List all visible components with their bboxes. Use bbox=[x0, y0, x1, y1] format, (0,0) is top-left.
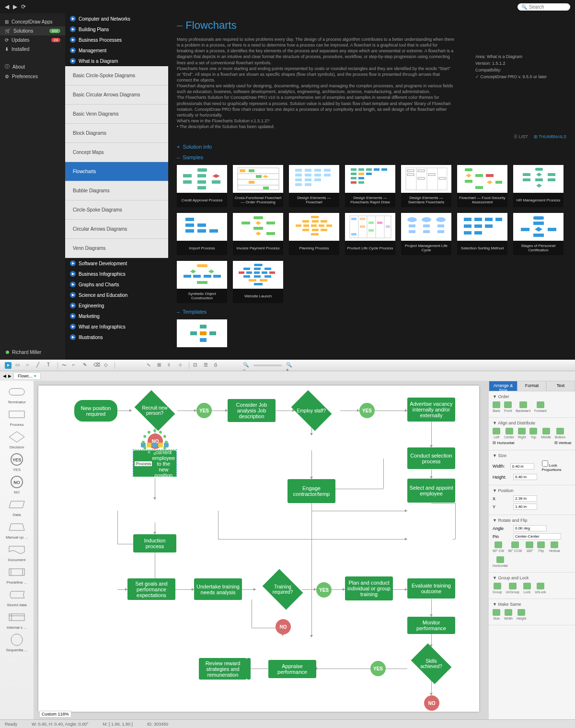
fc-yes[interactable]: YES bbox=[316, 582, 332, 598]
align-left-button[interactable]: Left bbox=[493, 428, 500, 439]
tab-arrange[interactable]: Arrange & Size bbox=[489, 381, 518, 391]
align-bottom-button[interactable]: Bottom bbox=[555, 428, 565, 439]
group-group-button[interactable]: Group bbox=[493, 583, 502, 594]
fc-no[interactable]: NO bbox=[424, 695, 439, 711]
sample-item[interactable]: Design Elements — Flowchart bbox=[289, 165, 339, 207]
zoom-out-icon[interactable]: 🔍− bbox=[243, 362, 250, 369]
solution-info-toggle[interactable]: + Solution info bbox=[177, 144, 566, 150]
fc-yes[interactable]: YES bbox=[359, 403, 375, 418]
print-icon[interactable]: ⎙ bbox=[214, 362, 221, 369]
shape-storeddata[interactable]: Stored data bbox=[7, 587, 26, 607]
same-size-button[interactable]: Size bbox=[493, 609, 500, 620]
fc-node[interactable]: Engage contractor/temp bbox=[288, 479, 335, 503]
fc-node[interactable]: Induction process bbox=[133, 534, 176, 552]
pen-icon[interactable]: ✎ bbox=[83, 362, 90, 369]
align-icon[interactable]: ⊞ bbox=[157, 362, 164, 369]
fc-node[interactable]: Select and appoint employee bbox=[407, 479, 455, 503]
group-lock-button[interactable]: Lock bbox=[523, 583, 531, 594]
tab-format[interactable]: Format bbox=[518, 381, 546, 391]
line-tool-icon[interactable]: ╱ bbox=[36, 362, 43, 369]
sub-item[interactable]: Flowcharts bbox=[65, 162, 168, 181]
rotate-flip-button[interactable]: Flip bbox=[537, 541, 545, 552]
group-ungroup-button[interactable]: UnGroup bbox=[506, 583, 519, 594]
shape-manualop[interactable]: Manual op ... bbox=[6, 520, 28, 540]
shape-yes[interactable]: YESYES bbox=[7, 452, 26, 472]
canvas[interactable]: NOYESNONONew position requiredRecruit ne… bbox=[34, 381, 489, 719]
fc-node[interactable]: Review reward strategies and remuneratio… bbox=[199, 658, 247, 680]
order-forward-button[interactable]: Forward bbox=[534, 401, 547, 412]
sample-item[interactable]: Invoice Payment Process bbox=[233, 213, 283, 255]
same-width-button[interactable]: Width bbox=[504, 609, 513, 620]
page[interactable]: NOYESNONONew position requiredRecruit ne… bbox=[38, 386, 479, 712]
zoom-display[interactable]: Custom 118% bbox=[39, 711, 71, 717]
zoom-in-icon[interactable]: 🔍+ bbox=[286, 362, 293, 369]
align-top-button[interactable]: Top bbox=[529, 428, 537, 439]
template-item[interactable] bbox=[177, 319, 227, 347]
shape-no[interactable]: NONO bbox=[7, 475, 26, 494]
tab-menu-icon[interactable]: ▾ bbox=[34, 374, 36, 378]
sub-item[interactable]: Basic Venn Diagrams bbox=[65, 105, 168, 124]
sample-item[interactable]: Credit Approval Process bbox=[177, 165, 227, 207]
tree-item[interactable]: ▶Graphs and Charts bbox=[65, 279, 168, 290]
zoom-fit-icon[interactable]: ⊡ bbox=[193, 362, 200, 369]
tree-item[interactable]: ▶What is a Diagram bbox=[65, 56, 168, 66]
fc-yes[interactable]: YES bbox=[370, 661, 386, 676]
sample-item[interactable]: Stages of Personnel Certification bbox=[513, 213, 564, 255]
pin-select[interactable] bbox=[513, 533, 561, 540]
tree-item[interactable]: ▶What are Infographics bbox=[65, 321, 168, 332]
sub-item[interactable]: Circle-Spoke Diagrams bbox=[65, 200, 168, 220]
sub-item[interactable]: Circular Arrows Diagrams bbox=[65, 220, 168, 239]
sample-item[interactable]: Project Management Life Cycle bbox=[401, 213, 451, 255]
samples-toggle[interactable]: – Samples bbox=[177, 154, 566, 160]
tree-item[interactable]: ▶Science and Education bbox=[65, 290, 168, 300]
sub-item[interactable]: Venn Diagrams bbox=[65, 239, 168, 258]
fc-no[interactable]: NO bbox=[276, 619, 291, 634]
list-view-button[interactable]: ☰ LIST bbox=[514, 134, 528, 139]
shape-decision[interactable]: Decision bbox=[7, 430, 26, 449]
tree-item[interactable]: ▶Business Processes bbox=[65, 35, 168, 45]
tab-text[interactable]: Text bbox=[546, 381, 575, 391]
tree-item[interactable]: ▶Management bbox=[65, 45, 168, 56]
fc-decision[interactable]: Training required? bbox=[263, 569, 303, 610]
width-input[interactable] bbox=[510, 463, 534, 470]
fc-node[interactable] bbox=[247, 658, 251, 680]
sample-item[interactable]: Design Elements — Flowcharts Rapid Draw bbox=[345, 165, 395, 207]
refresh-icon[interactable]: ⟳ bbox=[21, 3, 26, 10]
snap-icon[interactable]: ⊹ bbox=[178, 362, 185, 369]
pointer-icon[interactable]: ▸ bbox=[5, 362, 12, 369]
sample-item[interactable]: HR Management Process bbox=[513, 165, 564, 207]
rotate-cw-button[interactable]: 90° CW bbox=[493, 541, 504, 552]
sample-item[interactable]: Planning Process bbox=[289, 213, 339, 255]
sub-item[interactable]: Basic Circle-Spoke Diagrams bbox=[65, 66, 168, 85]
order-front-button[interactable]: Front bbox=[504, 401, 512, 412]
sample-item[interactable]: Import Process bbox=[177, 213, 227, 255]
fc-node[interactable]: Plan and conduct individual or group tra… bbox=[345, 576, 393, 600]
fc-node[interactable]: Evaluate training outcome bbox=[407, 578, 455, 599]
shape-process[interactable]: Process bbox=[7, 407, 26, 427]
rotate-vertical-button[interactable]: Vertical bbox=[549, 541, 560, 552]
fc-node[interactable]: Appraise performance bbox=[268, 660, 316, 678]
sub-item[interactable]: Block Diagrams bbox=[65, 124, 168, 143]
ellipse-tool-icon[interactable]: ○ bbox=[26, 362, 33, 369]
tree-item[interactable]: ▶Marketing bbox=[65, 311, 168, 321]
sidebar-installed[interactable]: ⬇Installed bbox=[0, 45, 65, 54]
shape-data[interactable]: Data bbox=[7, 497, 26, 517]
sample-item[interactable]: Cross-Functional Flowchart — Order Proce… bbox=[233, 165, 283, 207]
tree-item[interactable]: ▶Business Infographics bbox=[65, 269, 168, 279]
sub-item[interactable]: Bubble Diagrams bbox=[65, 181, 168, 200]
sample-item[interactable]: Website Launch bbox=[233, 261, 283, 303]
angle-input[interactable] bbox=[513, 525, 547, 531]
tab-nav-left-icon[interactable]: ◀ bbox=[3, 374, 6, 378]
shape-predefine[interactable]: Predefine ... bbox=[6, 565, 27, 585]
templates-toggle[interactable]: – Templates bbox=[177, 309, 566, 315]
tree-item[interactable]: ▶Engineering bbox=[65, 300, 168, 311]
curve-icon[interactable]: 〜 bbox=[62, 362, 69, 369]
thumb-view-button[interactable]: ⊞ THUMBNAILS bbox=[534, 134, 566, 139]
fc-decision[interactable]: Employ staff? bbox=[291, 390, 332, 431]
height-input[interactable] bbox=[513, 474, 537, 480]
lock-checkbox[interactable] bbox=[542, 460, 548, 467]
sample-item[interactable]: Product Life Cycle Process bbox=[345, 213, 395, 255]
connect-icon[interactable]: ⤡ bbox=[147, 362, 153, 369]
rect-tool-icon[interactable]: ▭ bbox=[15, 362, 22, 369]
sample-item[interactable]: Flowchart — Food Security Assessment bbox=[457, 165, 507, 207]
